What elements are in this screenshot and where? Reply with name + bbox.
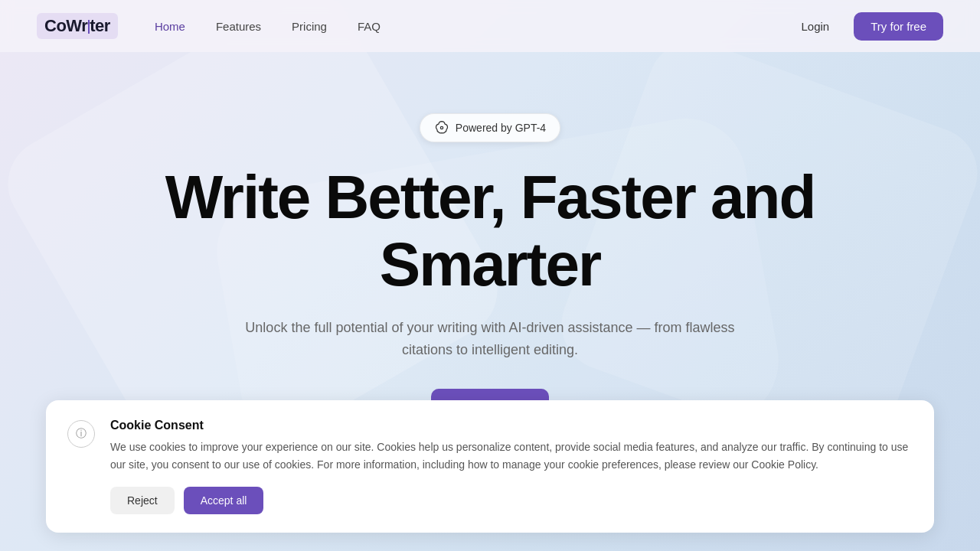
navbar: CoWrter Home Features Pricing FAQ Login …: [0, 0, 980, 52]
nav-faq[interactable]: FAQ: [345, 14, 393, 39]
badge-text: Powered by GPT-4: [456, 122, 546, 134]
nav-home[interactable]: Home: [142, 14, 198, 39]
hero-section: Powered by GPT-4 Write Better, Faster an…: [0, 52, 980, 425]
cookie-title: Cookie Consent: [110, 419, 913, 432]
nav-pricing[interactable]: Pricing: [279, 14, 339, 39]
page-wrapper: CoWrter Home Features Pricing FAQ Login …: [0, 0, 980, 551]
login-button[interactable]: Login: [789, 14, 842, 39]
logo[interactable]: CoWrter: [37, 13, 118, 39]
powered-badge: Powered by GPT-4: [420, 113, 560, 142]
hero-subtitle: Unlock the full potential of your writin…: [237, 317, 743, 361]
cookie-banner: ⓘ Cookie Consent We use cookies to impro…: [46, 400, 934, 533]
accept-button[interactable]: Accept all: [184, 487, 264, 514]
cookie-content: Cookie Consent We use cookies to improve…: [110, 419, 913, 514]
try-for-free-button-nav[interactable]: Try for free: [854, 12, 943, 41]
cookie-text: We use cookies to improve your experienc…: [110, 439, 913, 473]
info-icon: ⓘ: [76, 427, 87, 441]
nav-links: Home Features Pricing FAQ: [142, 14, 789, 39]
nav-right: Login Try for free: [789, 12, 944, 41]
svg-point-0: [440, 126, 443, 129]
logo-cursor: [88, 20, 90, 34]
hero-title: Write Better, Faster and Smarter: [145, 164, 835, 298]
reject-button[interactable]: Reject: [110, 487, 175, 514]
cookie-icon: ⓘ: [67, 420, 95, 448]
logo-text: CoWrter: [37, 13, 118, 39]
nav-features[interactable]: Features: [204, 14, 273, 39]
cookie-actions: Reject Accept all: [110, 487, 913, 514]
openai-icon: [434, 120, 449, 135]
